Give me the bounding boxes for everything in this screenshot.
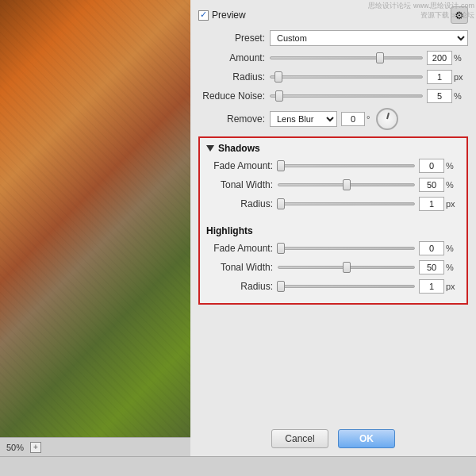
- degree-symbol: °: [367, 114, 370, 124]
- highlights-fade-unit: %: [446, 244, 460, 253]
- shadows-fade-slider-container: [278, 159, 415, 172]
- reduce-noise-slider-track: [270, 94, 423, 98]
- watermark-line1: 思绘设计论坛 www.思绘设计.com: [368, 2, 474, 11]
- highlights-radius-slider-container: [278, 280, 415, 293]
- radius-slider-container: [270, 71, 423, 83]
- amount-label: Amount:: [198, 52, 270, 63]
- shadows-tonal-value-input[interactable]: [419, 178, 444, 192]
- shadows-radius-row: Radius: px: [206, 197, 460, 211]
- reduce-noise-slider-thumb[interactable]: [275, 90, 283, 102]
- spacer: [198, 309, 468, 423]
- reduce-noise-row: Reduce Noise: %: [198, 89, 468, 103]
- shadows-tonal-slider-thumb[interactable]: [343, 179, 351, 190]
- shadows-radius-label: Radius:: [206, 198, 278, 209]
- app-window: 思绘设计论坛 www.思绘设计.com 资源下载 ≫ 论坛 50% + Prev…: [0, 0, 476, 476]
- zoom-bar: 50% +: [0, 437, 190, 456]
- watermark-line2: 资源下载 ≫ 论坛: [368, 11, 474, 21]
- shadows-radius-slider-container: [278, 198, 415, 210]
- preview-label: Preview: [212, 10, 246, 21]
- shadows-fade-value-input[interactable]: [419, 159, 444, 173]
- remove-row: Remove: Lens Blur Gaussian Blur Motion B…: [198, 108, 468, 130]
- amount-value-input[interactable]: [427, 51, 452, 65]
- shadows-tonal-width-row: Tonal Width: %: [206, 178, 460, 192]
- image-canvas: [0, 0, 190, 437]
- main-content: 50% + Preview ⚙ Preset: Custom Default: [0, 0, 476, 456]
- highlights-fade-value-input[interactable]: [419, 241, 444, 255]
- shadows-collapse-icon[interactable]: [206, 145, 214, 152]
- highlights-tonal-slider-container: [278, 261, 415, 274]
- zoom-level: 50%: [6, 443, 24, 452]
- amount-slider-thumb[interactable]: [376, 52, 384, 63]
- dialog-panel: Preview ⚙ Preset: Custom Default Save Pr…: [190, 0, 476, 456]
- highlights-tonal-unit: %: [446, 263, 460, 272]
- highlights-fade-slider-track: [278, 247, 415, 250]
- preset-row: Preset: Custom Default Save Preset...: [198, 30, 468, 46]
- highlights-radius-slider-thumb[interactable]: [277, 281, 285, 292]
- remove-label: Remove:: [198, 113, 270, 125]
- shadows-fade-slider-thumb[interactable]: [277, 160, 285, 171]
- highlights-radius-value-input[interactable]: [419, 279, 444, 294]
- shadows-fade-unit: %: [446, 161, 460, 171]
- radius-label: Radius:: [198, 71, 270, 83]
- radius-slider-thumb[interactable]: [274, 71, 282, 83]
- highlights-tonal-width-row: Tonal Width: %: [206, 260, 460, 274]
- shadows-tonal-slider-track: [278, 183, 415, 186]
- radius-row: Radius: px: [198, 70, 468, 84]
- shadows-radius-slider-thumb[interactable]: [277, 198, 285, 209]
- shadows-radius-value-input[interactable]: [419, 197, 444, 211]
- amount-slider-track: [270, 56, 423, 60]
- reduce-noise-slider-container: [270, 90, 423, 102]
- highlights-fade-slider-thumb[interactable]: [277, 243, 285, 254]
- highlights-radius-slider-track: [278, 285, 415, 288]
- radius-unit: px: [454, 72, 468, 82]
- reduce-noise-value-input[interactable]: [427, 89, 452, 103]
- shadows-header: Shadows: [206, 143, 460, 154]
- preview-row: Preview: [198, 10, 246, 21]
- shadows-radius-slider-track: [278, 202, 415, 205]
- dialog-buttons: Cancel OK: [198, 423, 468, 451]
- amount-row: Amount: %: [198, 51, 468, 65]
- highlights-title: Highlights: [206, 225, 460, 236]
- highlights-tonal-value-input[interactable]: [419, 260, 444, 274]
- highlights-section: Highlights Fade Amount: %: [206, 225, 460, 294]
- radius-value-input[interactable]: [427, 70, 452, 84]
- amount-slider-container: [270, 52, 423, 64]
- highlights-radius-row: Radius: px: [206, 279, 460, 294]
- highlights-tonal-slider-thumb[interactable]: [343, 262, 351, 273]
- ok-button[interactable]: OK: [338, 429, 395, 448]
- highlights-radius-label: Radius:: [206, 281, 278, 292]
- preview-checkbox[interactable]: [198, 10, 209, 21]
- section-divider: [206, 216, 460, 221]
- shadows-tonal-slider-container: [278, 178, 415, 191]
- reduce-noise-label: Reduce Noise:: [198, 90, 270, 102]
- amount-unit: %: [454, 53, 468, 63]
- highlights-tonal-slider-track: [278, 266, 415, 269]
- lens-blur-select[interactable]: Lens Blur Gaussian Blur Motion Blur: [270, 111, 337, 127]
- angle-wheel[interactable]: [376, 108, 398, 130]
- radius-slider-track: [270, 75, 423, 79]
- reduce-noise-unit: %: [454, 91, 468, 101]
- highlights-fade-slider-container: [278, 242, 415, 255]
- status-bar: [0, 456, 476, 476]
- shadows-fade-amount-row: Fade Amount: %: [206, 159, 460, 173]
- zoom-plus-button[interactable]: +: [30, 442, 41, 453]
- preset-select[interactable]: Custom Default Save Preset...: [270, 30, 468, 46]
- shadows-tonal-unit: %: [446, 180, 460, 190]
- highlights-fade-amount-row: Fade Amount: %: [206, 241, 460, 255]
- shadows-tonal-label: Tonal Width:: [206, 179, 278, 190]
- watermark: 思绘设计论坛 www.思绘设计.com 资源下载 ≫ 论坛: [368, 2, 474, 20]
- shadows-fade-slider-track: [278, 164, 415, 167]
- preset-label: Preset:: [198, 33, 270, 44]
- shadows-section: Shadows Fade Amount: %: [206, 143, 460, 211]
- angle-input[interactable]: [341, 112, 365, 126]
- shadows-radius-unit: px: [446, 199, 460, 209]
- highlights-radius-unit: px: [446, 282, 460, 291]
- image-panel: 50% +: [0, 0, 190, 456]
- shadows-title: Shadows: [218, 143, 260, 154]
- shadows-fade-label: Fade Amount:: [206, 160, 278, 171]
- highlights-fade-label: Fade Amount:: [206, 243, 278, 254]
- highlights-tonal-label: Tonal Width:: [206, 262, 278, 273]
- shadows-highlights-box: Shadows Fade Amount: %: [198, 136, 468, 305]
- cancel-button[interactable]: Cancel: [271, 429, 328, 448]
